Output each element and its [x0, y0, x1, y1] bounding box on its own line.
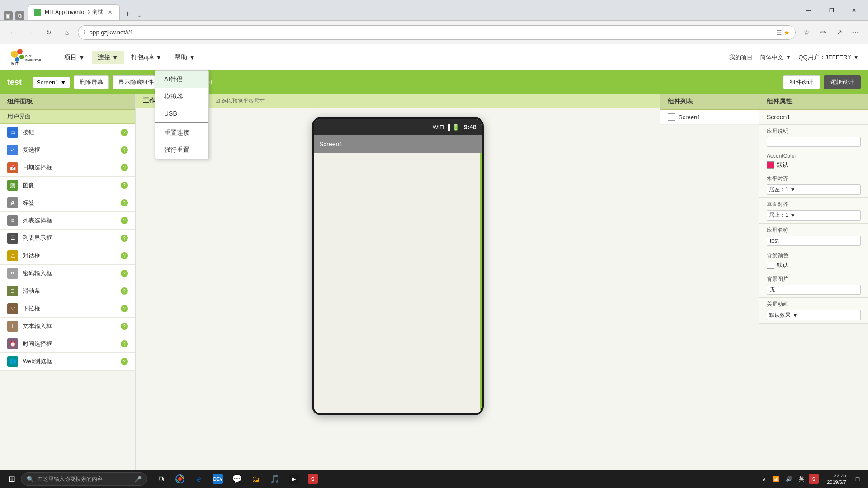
bg-image-input[interactable] [767, 285, 861, 295]
taskbar-wechat[interactable]: 💬 [228, 471, 246, 487]
taskbar-clock[interactable]: 22:35 2019/6/7 [823, 472, 850, 486]
browser-icon1[interactable]: ▣ [4, 11, 13, 20]
screen-selector[interactable]: Screen1 ▼ [33, 77, 70, 88]
taskbar-search[interactable]: 🔍 在这里输入你要搜索的内容 🎤 [21, 472, 147, 486]
h-align-select[interactable]: 居左：1 ▼ [767, 184, 861, 195]
notifier-help[interactable]: ? [121, 252, 128, 259]
close-button[interactable]: ✕ [844, 3, 864, 18]
component-timepicker[interactable]: ⏰ 时间选择框 ? [0, 335, 135, 353]
back-button[interactable]: ← [5, 25, 20, 40]
user-menu[interactable]: QQ用户：JEFFERY ▼ [798, 53, 859, 61]
component-listpicker[interactable]: ≡ 列表选择框 ? [0, 212, 135, 230]
phone-screen: WiFi ▐ 🔋 9:48 Screen1 [314, 119, 482, 413]
component-datepicker[interactable]: 📅 日期选择框 ? [0, 159, 135, 177]
dropdown-item-reset[interactable]: 重置连接 [155, 124, 208, 141]
nav-item-help[interactable]: 帮助 ▼ [169, 51, 201, 64]
component-listview[interactable]: ☰ 列表显示框 ? [0, 230, 135, 247]
textbox-help[interactable]: ? [121, 323, 128, 330]
image-help[interactable]: ? [121, 182, 128, 189]
component-button[interactable]: ▭ 按钮 ? [0, 124, 135, 141]
component-passwordbox[interactable]: •• 密码输入框 ? [0, 265, 135, 282]
taskbar-chrome[interactable] [171, 471, 189, 487]
share-button[interactable]: ↗ [832, 25, 846, 40]
bg-color-swatch[interactable] [767, 262, 774, 269]
component-webviewer[interactable]: 🌐 Web浏览框 ? [0, 353, 135, 371]
component-checkbox[interactable]: ✓ 复选框 ? [0, 141, 135, 159]
home-button[interactable]: ⌂ [60, 25, 74, 40]
nav-item-connect[interactable]: 连接 ▼ [92, 51, 124, 64]
datepicker-help[interactable]: ? [121, 164, 128, 171]
component-spinner[interactable]: ▽ 下拉框 ? [0, 300, 135, 318]
minimize-button[interactable]: — [798, 3, 819, 18]
checkbox-help[interactable]: ? [121, 146, 128, 154]
webviewer-help[interactable]: ? [121, 358, 128, 365]
tray-volume[interactable]: 🔊 [784, 475, 794, 483]
v-align-select[interactable]: 居上：1 ▼ [767, 210, 861, 221]
delete-screen-button[interactable]: 删除屏幕 [74, 75, 109, 89]
close-anim-select[interactable]: 默认效果 ▼ [767, 310, 861, 320]
passwordbox-help[interactable]: ? [121, 270, 128, 277]
component-image[interactable]: 🖼 图像 ? [0, 177, 135, 194]
new-tab-button[interactable]: + [122, 8, 134, 20]
listview-help[interactable]: ? [121, 235, 128, 242]
nav-item-build[interactable]: 打包apk ▼ [126, 51, 167, 64]
spinner-help[interactable]: ? [121, 305, 128, 312]
taskbar-edge[interactable]: ℯ [190, 471, 208, 487]
component-notifier[interactable]: ⚠ 对话框 ? [0, 247, 135, 265]
start-button[interactable]: ⊞ [4, 471, 20, 487]
more-button[interactable]: ⋯ [848, 25, 863, 40]
tab-dropdown-button[interactable]: ⌄ [134, 9, 145, 20]
tray-lang[interactable]: 英 [797, 474, 806, 484]
logic-view-button[interactable]: 逻辑设计 [824, 75, 861, 89]
bookmark-icon[interactable]: ★ [784, 29, 790, 36]
refresh-button[interactable]: ↻ [42, 25, 56, 40]
reader-mode-icon[interactable]: ☰ [776, 29, 782, 36]
taskbar-task-view[interactable]: ⧉ [152, 471, 170, 487]
design-view-button[interactable]: 组件设计 [783, 75, 820, 89]
timepicker-help[interactable]: ? [121, 340, 128, 347]
tray-spire[interactable]: S [809, 474, 819, 484]
taskbar-dev[interactable]: DEV [209, 471, 227, 487]
dropdown-item-force-reset[interactable]: 强行重置 [155, 141, 208, 159]
listpicker-help[interactable]: ? [121, 217, 128, 224]
nav-item-project[interactable]: 项目 ▼ [59, 51, 90, 64]
active-tab[interactable]: MIT App Inventor 2 测试 ✕ [28, 4, 120, 20]
app-name-input[interactable] [767, 236, 861, 246]
taskbar-files[interactable]: 🗂 [247, 471, 265, 487]
maximize-button[interactable]: ❐ [821, 3, 842, 18]
chrome-icon [175, 474, 184, 483]
notification-center[interactable]: □ [851, 471, 864, 487]
work-area-body: WiFi ▐ 🔋 9:48 Screen1 [136, 108, 660, 470]
slider-help[interactable]: ? [121, 287, 128, 295]
app-description-input[interactable] [767, 137, 861, 147]
reading-list-button[interactable]: ✏ [816, 25, 830, 40]
browser-title-bar: ▣ ⧉ MIT App Inventor 2 测试 ✕ + ⌄ — ❐ ✕ [0, 0, 868, 21]
tray-network[interactable]: 📶 [771, 475, 781, 483]
dropdown-item-usb[interactable]: USB [155, 105, 208, 122]
taskbar-terminal[interactable]: ▶ [285, 471, 303, 487]
dropdown-item-emulator[interactable]: 模拟器 [155, 88, 208, 105]
address-bar[interactable]: ℹ app.gzjkw.net/#1 ☰ ★ [78, 25, 796, 40]
tray-expand[interactable]: ∧ [760, 475, 768, 483]
favorites-button[interactable]: ☆ [799, 25, 814, 40]
taskbar-ppt[interactable]: S [304, 471, 322, 487]
mic-icon[interactable]: 🎤 [134, 476, 142, 483]
browser-icon2[interactable]: ⧉ [15, 11, 24, 20]
components-panel-header: 组件面板 [0, 94, 135, 110]
forward-button[interactable]: → [24, 25, 38, 40]
component-textbox[interactable]: T 文本输入框 ? [0, 318, 135, 335]
component-slider[interactable]: ⊟ 滑动条 ? [0, 282, 135, 300]
my-projects-link[interactable]: 我的项目 [729, 53, 753, 61]
comp-list-screen1[interactable]: Screen1 [660, 110, 759, 125]
label-help[interactable]: ? [121, 199, 128, 206]
prop-h-align: 水平对齐 居左：1 ▼ [760, 172, 868, 198]
taskbar-media[interactable]: 🎵 [266, 471, 284, 487]
button-help[interactable]: ? [121, 129, 128, 136]
accent-color-swatch[interactable] [767, 161, 774, 169]
screen1-checkbox[interactable] [668, 113, 675, 121]
language-selector[interactable]: 简体中文 ▼ [760, 53, 791, 61]
show-hidden-button[interactable]: 显示隐藏组件 [113, 75, 160, 89]
component-label[interactable]: A 标签 ? [0, 194, 135, 212]
tab-close-button[interactable]: ✕ [107, 9, 114, 16]
dropdown-item-ai-companion[interactable]: AI伴侣 [155, 71, 208, 88]
